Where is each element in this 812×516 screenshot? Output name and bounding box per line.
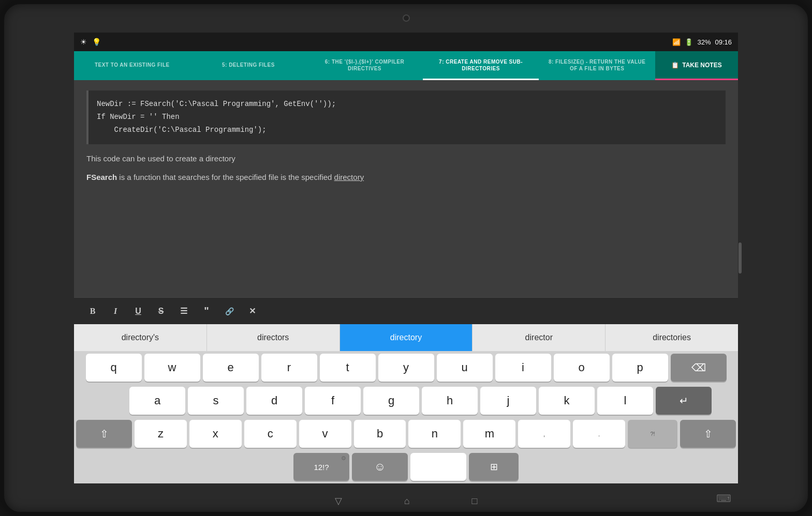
status-right: 📶 🔋 32% 09:16: [672, 38, 732, 46]
tab-deleting-files[interactable]: 5: DELETING FILES: [190, 51, 307, 80]
battery-icon: 🔋: [685, 38, 693, 46]
key-a[interactable]: a: [129, 387, 185, 415]
key-d[interactable]: d: [246, 387, 302, 415]
tab-compiler-directives[interactable]: 6: THE '{$I-},{$I+}' COMPILER DIRECTIVES: [306, 51, 423, 80]
quote-button[interactable]: ": [196, 301, 217, 321]
content-middle-text: is a function that searches for the spec…: [117, 173, 334, 181]
key-v[interactable]: v: [299, 420, 351, 448]
space-key[interactable]: [410, 453, 466, 481]
tablet-screen: ☀ 💡 📶 🔋 32% 09:16 TEXT TO AN EXISTING FI…: [74, 33, 738, 483]
key-period[interactable]: .: [573, 420, 625, 448]
key-r[interactable]: r: [261, 354, 317, 382]
format-toolbar: B I U S ☰ " 🔗 ✕: [74, 297, 738, 324]
key-u[interactable]: u: [437, 354, 493, 382]
key-z[interactable]: z: [135, 420, 187, 448]
key-e[interactable]: e: [203, 354, 259, 382]
key-p[interactable]: p: [612, 354, 668, 382]
italic-button[interactable]: I: [105, 301, 126, 321]
status-bar: ☀ 💡 📶 🔋 32% 09:16: [74, 33, 738, 51]
status-left-icons: ☀ 💡: [80, 38, 101, 46]
key-row-3: ⇧ z x c v b n m , . ?! ⇧: [74, 417, 738, 450]
notification-icon: 💡: [92, 38, 101, 46]
fsearch-text: FSearch: [86, 173, 117, 181]
key-y[interactable]: y: [378, 354, 434, 382]
camera: [403, 14, 410, 22]
keyboard-hide-icon[interactable]: ⌨: [716, 492, 731, 505]
key-n[interactable]: n: [408, 420, 461, 448]
key-row-2: a s d f g h j k l ↵: [74, 384, 738, 417]
back-button[interactable]: ▽: [335, 495, 342, 507]
strikethrough-button[interactable]: S: [151, 301, 171, 321]
clock: 09:16: [715, 38, 732, 46]
tablet-frame: ☀ 💡 📶 🔋 32% 09:16 TEXT TO AN EXISTING FI…: [0, 0, 812, 516]
directory-link[interactable]: directory: [334, 173, 364, 181]
key-k[interactable]: k: [539, 387, 595, 415]
side-button[interactable]: [739, 242, 742, 274]
key-h[interactable]: h: [422, 387, 478, 415]
key-comma[interactable]: ,: [518, 420, 570, 448]
emoji-key[interactable]: ☺: [352, 453, 408, 481]
bold-button[interactable]: B: [82, 301, 103, 321]
key-x[interactable]: x: [189, 420, 242, 448]
key-s[interactable]: s: [188, 387, 244, 415]
underline-button[interactable]: U: [128, 301, 149, 321]
keyboard-layout-key[interactable]: ⊞: [469, 453, 519, 481]
content-text-2: FSearch is a function that searches for …: [86, 171, 726, 184]
key-g[interactable]: g: [363, 387, 419, 415]
key-b[interactable]: b: [354, 420, 406, 448]
tab-bar: TEXT TO AN EXISTING FILE 5: DELETING FIL…: [74, 51, 738, 80]
keyboard: q w e r t y u i o p ⌫ a s d f g h j: [74, 351, 738, 483]
tab-filesize[interactable]: 8: FILESIZE() - RETURN THE VALUE OF A FI…: [539, 51, 655, 80]
battery-percent: 32%: [697, 38, 711, 46]
key-c[interactable]: c: [244, 420, 297, 448]
key-row-1: q w e r t y u i o p ⌫: [74, 351, 738, 384]
suggestion-director[interactable]: director: [473, 324, 606, 351]
suggestions-bar: directory's directors directory director…: [74, 324, 738, 351]
nav-bar: ▽ ⌂ □: [74, 495, 738, 507]
suggestion-directories[interactable]: directories: [606, 324, 738, 351]
take-notes-label: TAKE NOTES: [682, 62, 721, 69]
key-l[interactable]: l: [597, 387, 653, 415]
content-text-1: This code can be used to create a direct…: [86, 153, 726, 165]
backspace-key[interactable]: ⌫: [671, 354, 727, 382]
enter-key[interactable]: ↵: [656, 387, 712, 415]
brightness-icon: ☀: [80, 38, 87, 46]
punctuation-hint: ?!: [628, 420, 677, 448]
code-block: NewDir := FSearch('C:\Pascal Programming…: [86, 90, 726, 144]
suggestion-directory[interactable]: directory: [340, 324, 473, 351]
suggestion-directorys[interactable]: directory's: [74, 324, 207, 351]
key-f[interactable]: f: [305, 387, 361, 415]
link-button[interactable]: 🔗: [219, 301, 240, 321]
shift-right-key[interactable]: ⇧: [680, 420, 736, 448]
shift-left-key[interactable]: ⇧: [76, 420, 132, 448]
content-area: NewDir := FSearch('C:\Pascal Programming…: [74, 80, 738, 297]
list-button[interactable]: ☰: [173, 301, 194, 321]
num-key[interactable]: 12!? ⚙: [293, 453, 349, 481]
key-w[interactable]: w: [144, 354, 200, 382]
take-notes-button[interactable]: 📋 TAKE NOTES: [655, 51, 738, 80]
notes-icon: 📋: [671, 62, 679, 69]
key-i[interactable]: i: [495, 354, 551, 382]
tab-text-to-existing[interactable]: TEXT TO AN EXISTING FILE: [74, 51, 190, 80]
clear-format-button[interactable]: ✕: [242, 301, 262, 321]
recents-button[interactable]: □: [472, 496, 478, 507]
key-m[interactable]: m: [463, 420, 515, 448]
key-o[interactable]: o: [554, 354, 610, 382]
key-j[interactable]: j: [480, 387, 536, 415]
wifi-icon: 📶: [672, 38, 681, 46]
key-t[interactable]: t: [320, 354, 376, 382]
home-button[interactable]: ⌂: [404, 496, 410, 507]
key-row-4: 12!? ⚙ ☺ ⊞: [74, 450, 738, 483]
key-q[interactable]: q: [86, 354, 142, 382]
suggestion-directors[interactable]: directors: [207, 324, 340, 351]
tab-create-remove-dirs[interactable]: 7: CREATE AND REMOVE SUB-DIRECTORIES: [423, 51, 539, 80]
